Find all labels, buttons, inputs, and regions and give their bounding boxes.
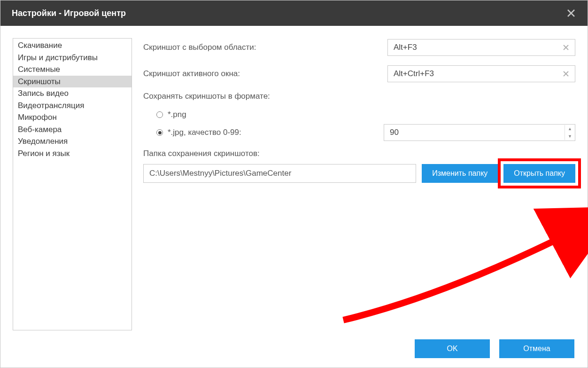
sidebar: Скачивание Игры и дистрибутивы Системные… [13, 38, 132, 330]
folder-path-value: C:\Users\Mestnyy\Pictures\GameCenter [149, 169, 291, 178]
radio-png-label: *.png [168, 110, 186, 119]
quantity-stepper[interactable]: ▲ ▼ [565, 125, 575, 140]
sidebar-item-videorecord[interactable]: Запись видео [13, 87, 132, 100]
sidebar-item-notifications[interactable]: Уведомления [13, 135, 132, 148]
area-screenshot-input[interactable]: Alt+F3 [387, 39, 575, 56]
folder-path-input[interactable]: C:\Users\Mestnyy\Pictures\GameCenter [143, 164, 416, 183]
sidebar-item-games[interactable]: Игры и дистрибутивы [13, 52, 132, 64]
dialog-footer: OK Отмена [415, 339, 574, 358]
radio-jpg-label: *.jpg, качество 0-99: [168, 128, 384, 137]
active-window-screenshot-label: Скриншот активного окна: [143, 69, 387, 78]
area-screenshot-row: Скриншот с выбором области: Alt+F3 [143, 39, 575, 56]
sidebar-item-system[interactable]: Системные [13, 63, 132, 76]
radio-jpg-row[interactable]: *.jpg, качество 0-99: 90 ▲ ▼ [156, 125, 575, 141]
jpg-quality-value: 90 [384, 128, 565, 137]
format-radio-group: *.png *.jpg, качество 0-99: 90 ▲ ▼ [143, 107, 575, 141]
format-label: Сохранять скриншоты в формате: [143, 92, 575, 101]
jpg-quality-input[interactable]: 90 ▲ ▼ [384, 124, 575, 141]
ok-button[interactable]: OK [415, 339, 490, 358]
sidebar-item-region[interactable]: Регион и язык [13, 148, 132, 160]
sidebar-item-stream[interactable]: Видеотрансляция [13, 100, 132, 112]
chevron-down-icon[interactable]: ▼ [565, 133, 575, 140]
cancel-button[interactable]: Отмена [499, 339, 574, 358]
radio-jpg[interactable] [156, 129, 163, 136]
area-screenshot-value: Alt+F3 [394, 43, 561, 52]
active-window-screenshot-row: Скриншот активного окна: Alt+Ctrl+F3 [143, 65, 575, 82]
folder-row: C:\Users\Mestnyy\Pictures\GameCenter Изм… [143, 164, 575, 183]
window-titlebar: Настройки - Игровой центр [0, 0, 588, 26]
sidebar-item-webcam[interactable]: Веб-камера [13, 124, 132, 136]
open-folder-button-label: Открыть папку [514, 169, 565, 178]
folder-label: Папка сохранения скриншотов: [143, 149, 575, 158]
change-folder-button[interactable]: Изменить папку [422, 164, 498, 183]
sidebar-item-mic[interactable]: Микрофон [13, 111, 132, 124]
open-folder-button[interactable]: Открыть папку [503, 164, 575, 183]
settings-window: Настройки - Игровой центр Скачивание Игр… [0, 0, 588, 368]
active-window-screenshot-input[interactable]: Alt+Ctrl+F3 [387, 65, 575, 82]
main-panel: Скриншот с выбором области: Alt+F3 Скрин… [132, 38, 575, 368]
area-screenshot-label: Скриншот с выбором области: [143, 43, 387, 52]
chevron-up-icon[interactable]: ▲ [565, 125, 575, 133]
clear-icon[interactable] [561, 68, 571, 80]
sidebar-item-download[interactable]: Скачивание [13, 39, 132, 52]
sidebar-item-screenshots[interactable]: Скриншоты [13, 76, 132, 88]
annotation-arrow [339, 198, 588, 329]
radio-png-row[interactable]: *.png [156, 107, 575, 123]
dialog-body: Скачивание Игры и дистрибутивы Системные… [0, 26, 588, 368]
active-window-screenshot-value: Alt+Ctrl+F3 [394, 69, 561, 78]
close-icon[interactable] [564, 6, 578, 20]
window-title: Настройки - Игровой центр [12, 8, 126, 18]
radio-png[interactable] [156, 111, 163, 118]
clear-icon[interactable] [561, 41, 571, 54]
